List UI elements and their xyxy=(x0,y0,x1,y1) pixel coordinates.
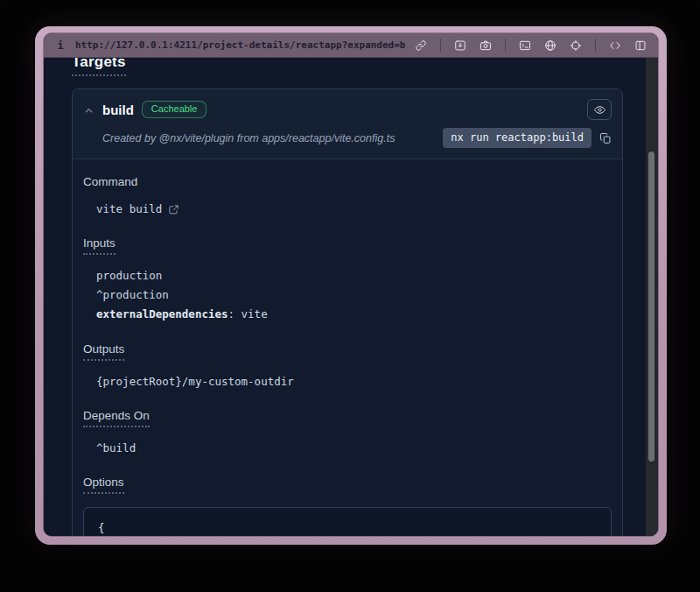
section-label-options: Options xyxy=(83,476,124,494)
external-link-icon[interactable] xyxy=(168,204,179,215)
target-name-build[interactable]: build xyxy=(102,102,134,117)
input-item: ^production xyxy=(96,287,612,303)
scrollbar-track[interactable] xyxy=(646,58,658,536)
targets-heading: Targets xyxy=(72,58,126,76)
info-icon: i xyxy=(54,39,66,52)
section-depends-on: Depends On ^build xyxy=(83,409,612,456)
page-title: Targets xyxy=(72,58,623,76)
command-value: vite build xyxy=(96,201,162,217)
run-command-group: nx run reactapp:build xyxy=(443,128,612,148)
target-card-build: build Cacheable Created by @nx/vite/plug… xyxy=(72,88,623,536)
depends-on-item: ^build xyxy=(96,440,612,456)
browser-window-frame: i http://127.0.0.1:4211/project-details/… xyxy=(35,26,667,545)
browser-toolbar xyxy=(414,39,648,53)
globe-icon[interactable] xyxy=(543,39,557,53)
section-label-outputs: Outputs xyxy=(83,342,124,361)
input-value: : vite xyxy=(228,307,268,321)
section-label-depends-on: Depends On xyxy=(83,409,150,427)
eye-icon xyxy=(593,103,606,116)
split-panel-icon[interactable] xyxy=(634,39,648,53)
toolbar-separator xyxy=(440,39,441,52)
focus-target-button[interactable] xyxy=(587,99,612,120)
build-card-header[interactable]: build Cacheable Created by @nx/vite/plug… xyxy=(73,89,622,159)
crosshair-icon[interactable] xyxy=(569,39,583,53)
link-icon[interactable] xyxy=(414,39,428,53)
cacheable-badge: Cacheable xyxy=(142,101,207,118)
browser-inner: i http://127.0.0.1:4211/project-details/… xyxy=(44,33,658,536)
copy-icon[interactable] xyxy=(599,132,612,144)
toolbar-separator xyxy=(595,39,596,52)
toolbar-separator xyxy=(505,39,506,52)
terminal-icon[interactable] xyxy=(518,39,532,53)
page-content: Targets build Cacheable xyxy=(44,58,658,536)
url-text[interactable]: http://127.0.0.1:4211/project-details/re… xyxy=(75,39,405,51)
run-command-chip[interactable]: nx run reactapp:build xyxy=(443,128,592,148)
input-item-named: externalDependencies: vite xyxy=(96,307,612,322)
output-item: {projectRoot}/my-custom-outdir xyxy=(96,374,612,390)
input-item: production xyxy=(96,268,612,284)
section-label-command: Command xyxy=(83,175,612,188)
section-label-inputs: Inputs xyxy=(83,236,116,255)
browser-url-bar: i http://127.0.0.1:4211/project-details/… xyxy=(44,33,658,58)
download-icon[interactable] xyxy=(453,39,467,53)
section-inputs: Inputs production ^production externalDe… xyxy=(83,236,612,322)
section-command: Command vite build xyxy=(83,175,612,217)
camera-icon[interactable] xyxy=(479,39,493,53)
input-key: externalDependencies xyxy=(96,307,228,321)
code-icon[interactable] xyxy=(608,39,622,53)
section-outputs: Outputs {projectRoot}/my-custom-outdir xyxy=(83,342,612,390)
created-by-note: Created by @nx/vite/plugin from apps/rea… xyxy=(102,132,395,144)
section-options: Options { "cwd": "apps/reactapp" } xyxy=(83,476,612,536)
build-card-body: Command vite build Inputs production xyxy=(73,159,622,536)
project-details-view: Targets build Cacheable xyxy=(44,58,646,536)
chevron-up-icon[interactable] xyxy=(83,104,94,116)
options-json-block: { "cwd": "apps/reactapp" } xyxy=(83,507,612,536)
json-brace-open: { xyxy=(98,519,597,536)
scrollbar-thumb[interactable] xyxy=(648,152,654,462)
